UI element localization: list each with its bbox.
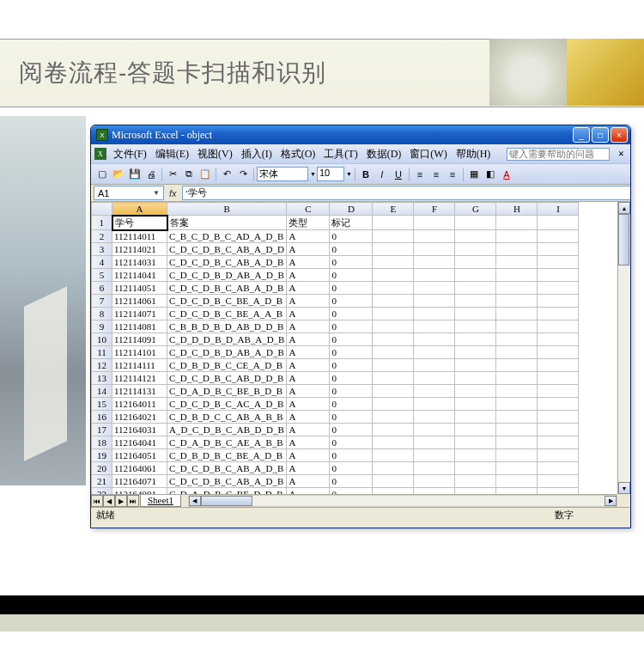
cell[interactable] [373,436,414,449]
cell[interactable] [496,449,538,462]
cell[interactable]: 0 [330,449,373,462]
row-header[interactable]: 4 [92,256,112,269]
sheet-tab-sheet1[interactable]: Sheet1 [140,495,181,507]
font-color-icon[interactable]: A [499,167,514,182]
cell[interactable]: 0 [330,359,373,372]
align-center-icon[interactable]: ≡ [428,167,444,182]
row-header[interactable]: 1 [92,216,112,230]
cell[interactable] [455,385,496,398]
cell[interactable]: C_D_A_D_B_C_AE_A_B_B [167,436,287,449]
menu-tools[interactable]: 工具(T) [319,145,361,163]
cell[interactable] [538,436,579,449]
cell[interactable]: 112114101 [112,346,167,359]
cell[interactable]: 0 [330,424,373,436]
cell[interactable] [455,256,496,269]
row-header[interactable]: 22 [92,488,112,495]
cell[interactable]: 0 [330,372,373,385]
table-row[interactable]: 7112114061C_D_C_D_B_C_BE_A_D_BA0 [92,295,579,308]
undo-icon[interactable]: ↶ [219,167,234,182]
row-header[interactable]: 17 [92,424,112,436]
cell[interactable]: A [287,230,330,243]
cell[interactable]: 0 [330,436,373,449]
cell[interactable]: 标记 [330,216,373,230]
cell[interactable] [496,462,538,475]
cell[interactable] [414,230,455,243]
cell[interactable]: 112164021 [112,411,167,424]
cell[interactable]: C_D_C_D_B_C_AB_A_D_B [167,256,287,269]
menu-file[interactable]: 文件(F) [109,145,151,163]
cell[interactable]: 0 [330,475,373,488]
cell[interactable] [373,424,414,436]
cell[interactable] [538,230,579,243]
table-row[interactable]: 1学号答案类型标记 [92,216,579,230]
cell[interactable] [455,230,496,243]
row-header[interactable]: 11 [92,346,112,359]
table-row[interactable]: 2112114011C_B_C_D_B_C_AD_A_D_BA0 [92,230,579,243]
table-row[interactable]: 10112114091C_D_D_D_B_D_AB_A_D_BA0 [92,333,579,346]
table-row[interactable]: 18112164041C_D_A_D_B_C_AE_A_B_BA0 [92,436,579,449]
cell[interactable]: 112164051 [112,449,167,462]
row-header[interactable]: 2 [92,230,112,243]
cell[interactable] [373,398,414,411]
cell[interactable] [538,320,579,333]
cell[interactable]: C_D_C_D_B_C_AC_A_D_B [167,398,287,411]
scroll-up-icon[interactable]: ▲ [618,202,630,214]
cell[interactable]: A [287,308,330,320]
cell[interactable] [373,346,414,359]
cell[interactable]: C_D_C_D_B_D_AB_A_D_B [167,346,287,359]
row-header[interactable]: 19 [92,449,112,462]
cell[interactable] [538,333,579,346]
cell[interactable]: 学号 [112,216,167,230]
cell[interactable] [414,346,455,359]
cell[interactable]: A [287,424,330,436]
row-header[interactable]: 7 [92,295,112,308]
cell[interactable] [455,346,496,359]
cell[interactable] [455,449,496,462]
cell[interactable]: A [287,333,330,346]
cell[interactable]: 0 [330,320,373,333]
cell[interactable] [414,333,455,346]
cell[interactable] [538,295,579,308]
cell[interactable] [538,411,579,424]
row-header[interactable]: 13 [92,372,112,385]
cell[interactable] [373,269,414,282]
menu-insert[interactable]: 插入(I) [237,145,276,163]
hscroll-thumb[interactable] [201,496,252,506]
cell[interactable]: A [287,372,330,385]
cell[interactable]: 0 [330,269,373,282]
cell[interactable]: 112114091 [112,333,167,346]
cell[interactable]: 0 [330,346,373,359]
cell[interactable] [414,359,455,372]
cell[interactable] [538,424,579,436]
table-row[interactable]: 8112114071C_D_C_D_B_C_BE_A_A_BA0 [92,308,579,320]
cell[interactable] [455,359,496,372]
cell[interactable] [373,411,414,424]
cell[interactable] [455,411,496,424]
cell[interactable]: C_D_C_D_B_C_BE_A_A_B [167,308,287,320]
cell[interactable]: C_B_C_D_B_C_AD_A_D_B [167,230,287,243]
cell[interactable]: C_D_C_D_B_C_AB_A_D_D [167,243,287,256]
cell[interactable] [373,308,414,320]
cell[interactable]: 0 [330,398,373,411]
row-header[interactable]: 9 [92,320,112,333]
minimize-button[interactable]: _ [573,127,590,143]
cell[interactable]: A [287,411,330,424]
borders-icon[interactable]: ▦ [466,167,482,182]
table-row[interactable]: 21112164071C_D_C_D_B_C_AB_A_D_BA0 [92,475,579,488]
bold-icon[interactable]: B [358,167,374,182]
first-sheet-icon[interactable]: ⏮ [91,495,103,507]
menu-edit[interactable]: 编辑(E) [151,145,193,163]
cell[interactable] [538,385,579,398]
row-header[interactable]: 20 [92,462,112,475]
cell[interactable] [496,295,538,308]
print-icon[interactable]: 🖨 [143,167,159,182]
cell[interactable] [496,308,538,320]
cell[interactable] [496,398,538,411]
new-icon[interactable]: ▢ [94,167,110,182]
cell[interactable] [538,398,579,411]
row-header[interactable]: 10 [92,333,112,346]
cell[interactable] [414,385,455,398]
row-header[interactable]: 5 [92,269,112,282]
copy-icon[interactable]: ⧉ [181,167,197,182]
cell[interactable]: 112114051 [112,282,167,295]
